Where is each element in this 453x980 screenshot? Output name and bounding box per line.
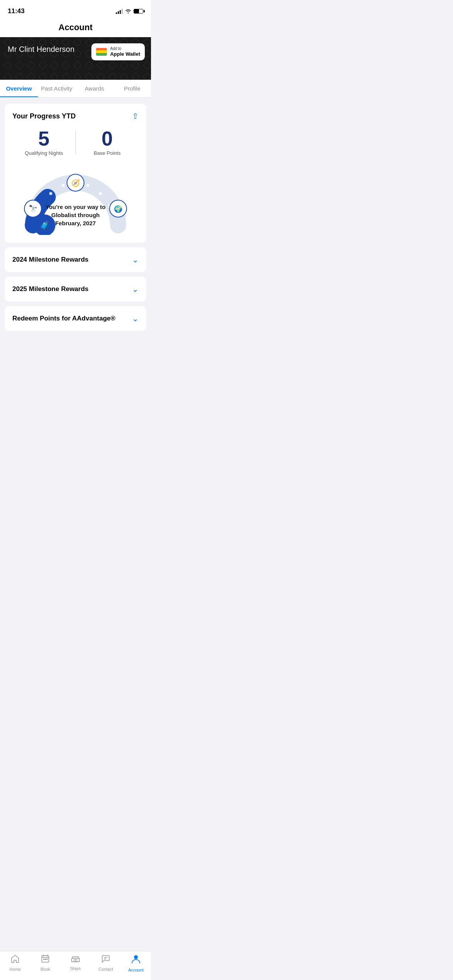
progress-card: Your Progress YTD ⇧ 5 Qualifying Nights … (5, 104, 146, 243)
chevron-down-icon-2024: ⌄ (132, 255, 139, 264)
gauge-message: You're on your way to Globalist through … (46, 203, 106, 227)
tab-profile[interactable]: Profile (113, 80, 151, 97)
base-points-value: 0 (76, 128, 139, 149)
accordion-title-2024: 2024 Milestone Rewards (12, 256, 89, 264)
qualifying-nights-label: Qualifying Nights (12, 150, 76, 156)
wifi-icon (125, 9, 131, 14)
wallet-text: Add to Apple Wallet (110, 46, 140, 57)
chevron-down-icon-redeem: ⌄ (132, 314, 139, 323)
accordion-milestone-2024[interactable]: 2024 Milestone Rewards ⌄ (5, 247, 146, 272)
progress-title: Your Progress YTD (12, 112, 76, 120)
accordion-title-2025: 2025 Milestone Rewards (12, 285, 89, 293)
base-points-stat: 0 Base Points (76, 128, 139, 156)
status-time: 11:43 (8, 7, 24, 15)
gauge-line2: Globalist through (46, 211, 106, 219)
qualifying-nights-stat: 5 Qualifying Nights (12, 128, 76, 156)
wallet-stripe-icon (96, 48, 107, 56)
accordion-title-redeem: Redeem Points for AAdvantage® (12, 315, 115, 322)
status-bar: 11:43 (0, 0, 151, 19)
gauge-line3: February, 2027 (46, 219, 106, 227)
svg-point-6 (99, 192, 102, 195)
tab-past-activity[interactable]: Past Activity (38, 80, 76, 97)
signal-icon (116, 9, 123, 14)
content-area: Your Progress YTD ⇧ 5 Qualifying Nights … (0, 98, 151, 377)
accordion-milestone-2025[interactable]: 2025 Milestone Rewards ⌄ (5, 277, 146, 302)
collapse-icon[interactable]: ⇧ (132, 111, 139, 121)
tab-awards[interactable]: Awards (76, 80, 113, 97)
svg-point-5 (86, 184, 89, 187)
page-header: Account (0, 19, 151, 37)
gauge-container: 🔭 🧭 🌍 🧳 You're on your way to Globalist … (21, 165, 130, 235)
base-points-label: Base Points (76, 150, 139, 156)
svg-point-3 (62, 184, 65, 187)
svg-text:🌍: 🌍 (114, 205, 123, 213)
status-icons (116, 9, 143, 14)
member-name: Mr Clint Henderson (8, 45, 74, 53)
gauge-line1: You're on your way to (46, 203, 106, 211)
qualifying-nights-value: 5 (12, 128, 76, 149)
chevron-down-icon-2025: ⌄ (132, 284, 139, 294)
svg-point-2 (49, 192, 52, 195)
stats-row: 5 Qualifying Nights 0 Base Points (12, 128, 139, 156)
tabs-bar: Overview Past Activity Awards Profile (0, 80, 151, 98)
apple-wallet-button[interactable]: Add to Apple Wallet (91, 43, 145, 60)
wallet-brand-label: Apple Wallet (110, 51, 140, 57)
accordion-redeem-points[interactable]: Redeem Points for AAdvantage® ⌄ (5, 306, 146, 331)
tab-overview[interactable]: Overview (0, 80, 38, 97)
battery-icon (134, 9, 143, 14)
svg-text:🔭: 🔭 (29, 204, 38, 213)
svg-text:🧭: 🧭 (71, 179, 80, 187)
member-card: Mr Clint Henderson Add to Apple Wallet (0, 37, 151, 80)
page-title: Account (8, 22, 143, 33)
progress-header: Your Progress YTD ⇧ (12, 111, 139, 121)
wallet-add-label: Add to (110, 46, 140, 51)
